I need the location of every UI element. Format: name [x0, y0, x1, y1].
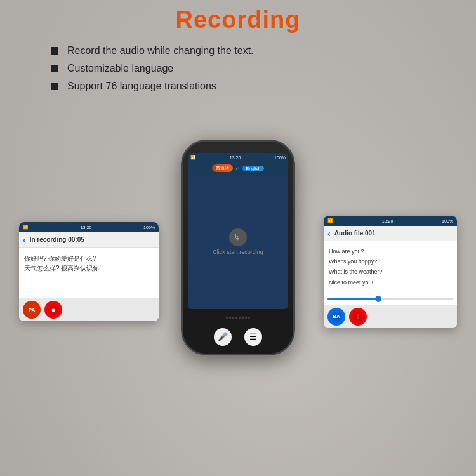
phone-menu-button[interactable]: ☰ — [244, 328, 262, 346]
feature-text-2: Customizable language — [67, 63, 173, 74]
phone-status-bar: 📶 13:20 100% — [188, 153, 288, 162]
phone-battery: 100% — [274, 155, 286, 160]
phone-body: 📶 13:20 100% 普通话 ⇄ English 🎙 — [181, 140, 295, 355]
phone-screen: 📶 13:20 100% 普通话 ⇄ English 🎙 — [188, 153, 288, 309]
feature-item-3: Support 76 language translations — [51, 81, 476, 92]
left-recording-card: 📶 13:20 100% ‹ In recording 00:05 你好吗? 你… — [19, 222, 159, 321]
speaker-dot — [239, 317, 241, 319]
left-card-line1: 你好吗? 你的爱好是什么? — [24, 254, 154, 263]
speaker-dot — [229, 317, 231, 319]
pause-button[interactable]: ⏸ — [349, 308, 367, 326]
left-card-wifi-icon: 📶 — [23, 225, 29, 230]
left-card-body: 你好吗? 你的爱好是什么? 天气怎么样? 很高兴认识你! — [19, 248, 159, 298]
phone-bottom-icons: 🎤 ☰ — [214, 328, 262, 346]
phone-time: 13:20 — [230, 155, 241, 160]
lang-to-btn[interactable]: English — [242, 166, 265, 171]
speaker-dot — [232, 317, 234, 319]
features-list: Record the audio while changing the text… — [51, 45, 476, 92]
bullet-2 — [51, 65, 58, 72]
phone-mic-circle[interactable]: 🎙 — [229, 228, 247, 246]
speaker-dot — [226, 317, 228, 319]
left-card-status-bar: 📶 13:20 100% — [19, 222, 159, 232]
page-content: Recording Record the audio while changin… — [0, 0, 476, 476]
bullet-3 — [51, 83, 58, 90]
right-card-wifi-icon: 📶 — [327, 218, 333, 223]
speaker-dot — [248, 317, 250, 319]
phone-lang-bar: 普通话 ⇄ English — [188, 162, 288, 175]
left-card-title: In recording 00:05 — [30, 236, 84, 243]
right-card-footer: BA ⏸ — [324, 305, 457, 328]
feature-item-1: Record the audio while changing the text… — [51, 45, 476, 56]
phone-mic-button[interactable]: 🎤 — [214, 328, 232, 346]
progress-knob[interactable] — [375, 296, 381, 302]
phone-bottom: 🎤 ☰ — [183, 309, 293, 354]
ba-button[interactable]: BA — [327, 308, 345, 326]
audio-progress-bar[interactable] — [327, 298, 453, 300]
left-card-back-arrow[interactable]: ‹ — [23, 235, 26, 245]
left-card-header: ‹ In recording 00:05 — [19, 232, 159, 248]
right-card-status-bar: 📶 13:20 100% — [324, 216, 457, 226]
bullet-1 — [51, 47, 58, 55]
speaker-dot — [242, 317, 244, 319]
speaker-dot — [245, 317, 247, 319]
pa-button[interactable]: PA — [23, 301, 41, 319]
right-card-time: 13:20 — [382, 219, 393, 223]
right-card-body: How are you? What's you hoppy? What is t… — [324, 241, 457, 293]
stop-button[interactable]: ■ — [44, 301, 62, 319]
audio-line-1: How are you? — [329, 246, 452, 256]
left-card-time: 13:20 — [81, 225, 92, 230]
mic-icon: 🎤 — [218, 332, 228, 341]
left-card-line2: 天气怎么样? 很高兴认识你! — [24, 263, 154, 273]
feature-text-1: Record the audio while changing the text… — [67, 45, 254, 56]
right-card-battery: 100% — [442, 219, 453, 223]
right-card-back-arrow[interactable]: ‹ — [327, 228, 331, 239]
audio-line-4: Nice to meet you! — [329, 277, 452, 288]
phone-click-text: Click start recording — [213, 249, 263, 255]
menu-icon: ☰ — [249, 332, 257, 341]
right-audio-card: 📶 13:20 100% ‹ Audio file 001 How are yo… — [324, 216, 457, 328]
phone-main-area: 🎙 Click start recording — [188, 175, 288, 309]
left-card-footer: PA ■ — [19, 298, 159, 321]
speaker-dot — [235, 317, 237, 319]
audio-line-3: What is the weather? — [329, 267, 452, 277]
arrow-icon: ⇄ — [235, 166, 240, 171]
left-card-battery: 100% — [143, 225, 155, 230]
feature-item-2: Customizable language — [51, 63, 476, 74]
feature-text-3: Support 76 language translations — [67, 81, 216, 92]
phone-device: 📶 13:20 100% 普通话 ⇄ English 🎙 — [181, 140, 295, 355]
phone-wifi-icon: 📶 — [190, 155, 196, 160]
audio-line-2: What's you hoppy? — [329, 256, 452, 267]
page-title: Recording — [0, 0, 476, 34]
phone-mic-icon: 🎙 — [234, 232, 242, 242]
right-card-title: Audio file 001 — [334, 230, 376, 237]
progress-fill — [327, 298, 378, 300]
lang-from-btn[interactable]: 普通话 — [212, 164, 233, 172]
right-card-header: ‹ Audio file 001 — [324, 226, 457, 241]
